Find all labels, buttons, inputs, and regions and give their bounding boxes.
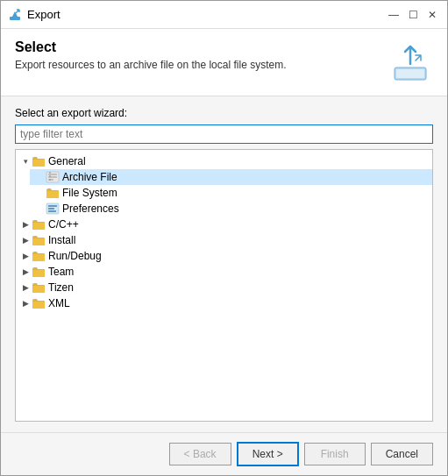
window-icon bbox=[8, 8, 22, 22]
export-dialog: Export — ☐ ✕ Select Export resources to … bbox=[0, 0, 448, 476]
label-team: Team bbox=[48, 266, 74, 278]
next-button[interactable]: Next > bbox=[237, 442, 299, 466]
tree-item-cpp[interactable]: ▶ C/C++ bbox=[16, 217, 432, 232]
cancel-button[interactable]: Cancel bbox=[371, 443, 433, 465]
toggle-install[interactable]: ▶ bbox=[19, 236, 32, 245]
svg-rect-8 bbox=[46, 191, 59, 198]
toggle-cpp[interactable]: ▶ bbox=[19, 220, 32, 229]
svg-rect-11 bbox=[48, 208, 54, 210]
label-xml: XML bbox=[48, 297, 70, 309]
tree-item-xml[interactable]: ▶ XML bbox=[16, 295, 432, 311]
toggle-run-debug[interactable]: ▶ bbox=[19, 252, 32, 260]
label-archive-file: Archive File bbox=[62, 171, 117, 183]
export-icon bbox=[389, 41, 431, 83]
header-section: Select Export resources to an archive fi… bbox=[1, 29, 447, 96]
svg-rect-14 bbox=[32, 238, 45, 245]
tree-item-file-system[interactable]: File System bbox=[30, 185, 432, 201]
tree-item-tizen[interactable]: ▶ Tizen bbox=[16, 280, 432, 295]
toggle-fs bbox=[33, 188, 46, 197]
toggle-team[interactable]: ▶ bbox=[19, 267, 32, 276]
window-controls: — ☐ ✕ bbox=[386, 7, 440, 23]
svg-rect-13 bbox=[32, 223, 45, 230]
toggle-tizen[interactable]: ▶ bbox=[19, 283, 32, 292]
folder-icon-xml bbox=[32, 297, 46, 309]
label-preferences: Preferences bbox=[62, 202, 119, 215]
label-install: Install bbox=[48, 234, 75, 246]
maximize-button[interactable]: ☐ bbox=[405, 7, 421, 23]
tree-item-install[interactable]: ▶ Install bbox=[16, 232, 432, 248]
svg-rect-18 bbox=[32, 302, 45, 309]
archive-icon bbox=[46, 171, 60, 183]
svg-rect-16 bbox=[32, 270, 45, 277]
svg-rect-17 bbox=[32, 286, 45, 293]
label-cpp: C/C++ bbox=[48, 218, 79, 231]
folder-icon-general bbox=[32, 155, 46, 167]
tree-item-general[interactable]: ▾ General bbox=[16, 153, 432, 169]
toggle-prefs bbox=[33, 204, 46, 213]
folder-icon-install bbox=[32, 234, 46, 246]
label-tizen: Tizen bbox=[48, 281, 74, 294]
folder-icon-team bbox=[32, 266, 46, 278]
content-area: Select an export wizard: ▾ General bbox=[1, 96, 447, 432]
filter-label: Select an export wizard: bbox=[15, 107, 433, 119]
tree-item-team[interactable]: ▶ Team bbox=[16, 264, 432, 280]
filesystem-icon bbox=[46, 187, 60, 199]
svg-rect-7 bbox=[48, 179, 53, 181]
close-button[interactable]: ✕ bbox=[424, 7, 440, 23]
folder-icon-cpp bbox=[32, 218, 46, 231]
svg-rect-10 bbox=[48, 205, 57, 207]
toggle-xml[interactable]: ▶ bbox=[19, 299, 32, 308]
svg-rect-12 bbox=[48, 210, 56, 212]
filter-input[interactable] bbox=[15, 124, 433, 144]
svg-rect-0 bbox=[10, 17, 20, 20]
minimize-button[interactable]: — bbox=[386, 7, 402, 23]
tree-item-run-debug[interactable]: ▶ Run/Debug bbox=[16, 248, 432, 264]
footer: < Back Next > Finish Cancel bbox=[1, 432, 447, 475]
folder-icon-tizen bbox=[32, 281, 46, 294]
tree-container[interactable]: ▾ General Archive File bbox=[15, 149, 433, 422]
toggle-archive bbox=[33, 173, 46, 181]
header-icon bbox=[388, 39, 433, 85]
svg-rect-15 bbox=[32, 254, 45, 261]
window-title: Export bbox=[27, 8, 60, 21]
header-text: Select Export resources to an archive fi… bbox=[15, 39, 286, 71]
title-bar: Export — ☐ ✕ bbox=[1, 1, 447, 29]
prefs-icon bbox=[46, 202, 60, 215]
svg-rect-5 bbox=[48, 174, 57, 175]
back-button[interactable]: < Back bbox=[169, 443, 231, 465]
toggle-general[interactable]: ▾ bbox=[19, 157, 32, 166]
page-description: Export resources to an archive file on t… bbox=[15, 59, 286, 71]
svg-rect-2 bbox=[396, 69, 424, 78]
label-file-system: File System bbox=[62, 187, 117, 199]
folder-icon-run-debug bbox=[32, 250, 46, 262]
finish-button[interactable]: Finish bbox=[304, 443, 366, 465]
page-title: Select bbox=[15, 39, 286, 55]
label-general: General bbox=[48, 155, 86, 167]
svg-rect-3 bbox=[32, 160, 45, 167]
tree-item-archive-file[interactable]: Archive File bbox=[30, 169, 432, 185]
label-run-debug: Run/Debug bbox=[48, 250, 102, 262]
tree-item-preferences[interactable]: Preferences bbox=[30, 201, 432, 217]
title-bar-left: Export bbox=[8, 8, 60, 22]
